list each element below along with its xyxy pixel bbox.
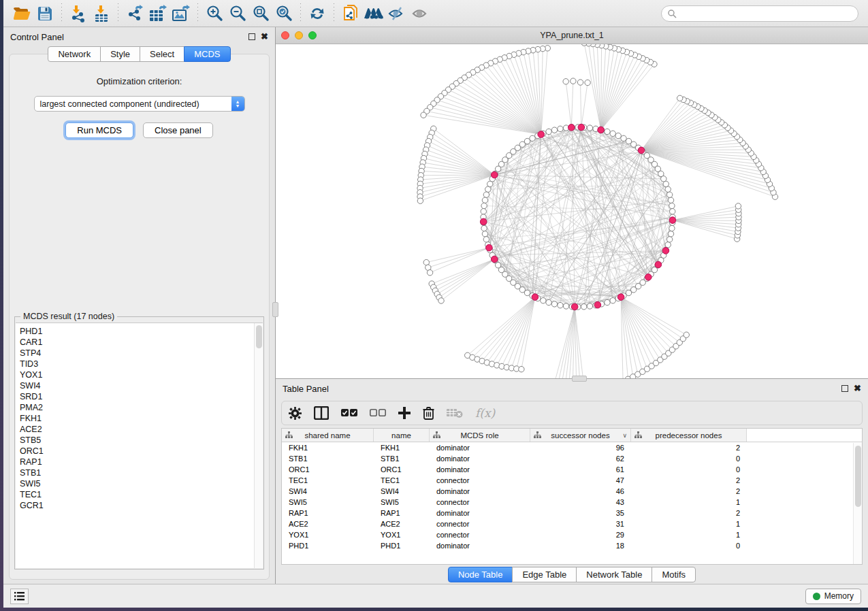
- close-panel-icon[interactable]: ✖: [261, 33, 268, 40]
- tab-mcds[interactable]: MCDS: [184, 46, 230, 62]
- export-image-icon[interactable]: [170, 3, 193, 24]
- table-settings-icon[interactable]: [289, 407, 302, 420]
- mcds-result-node[interactable]: SWI4: [20, 380, 263, 391]
- column-header[interactable]: MCDS role: [430, 429, 530, 442]
- mcds-result-node[interactable]: RAP1: [20, 457, 263, 467]
- mcds-result-list[interactable]: PHD1CAR1STP4TID3YOX1SWI4SRD1PMA2FKH1ACE2…: [16, 323, 263, 568]
- refresh-icon[interactable]: [306, 3, 329, 24]
- column-header[interactable]: name: [374, 429, 430, 442]
- delete-column-icon[interactable]: [423, 407, 434, 420]
- tab-motifs[interactable]: Motifs: [652, 567, 696, 582]
- search-box[interactable]: [661, 5, 858, 22]
- tab-node-table[interactable]: Node Table: [448, 567, 513, 582]
- mcds-result-node[interactable]: PHD1: [20, 326, 263, 337]
- import-table-icon[interactable]: [90, 3, 113, 24]
- select-all-columns-icon[interactable]: [341, 409, 357, 418]
- column-header[interactable]: shared name: [282, 429, 374, 442]
- memory-button[interactable]: Memory: [805, 589, 861, 604]
- tab-style[interactable]: Style: [100, 46, 140, 62]
- zoom-selected-icon[interactable]: [272, 3, 295, 24]
- function-builder-icon[interactable]: f(x): [475, 406, 495, 420]
- float-panel-icon[interactable]: [248, 33, 255, 40]
- tab-select[interactable]: Select: [140, 46, 184, 62]
- table-row[interactable]: PHD1PHD1dominator180: [282, 540, 862, 551]
- log-console-button[interactable]: [10, 589, 29, 604]
- show-all-icon[interactable]: [408, 3, 432, 24]
- zoom-in-icon[interactable]: [203, 3, 226, 24]
- close-table-panel-icon[interactable]: ✖: [854, 385, 861, 392]
- horizontal-splitter-handle[interactable]: [572, 376, 587, 382]
- status-bar: Memory: [3, 584, 868, 608]
- optimization-criterion-select[interactable]: largest connected component (undirected)…: [34, 96, 245, 112]
- mcds-result-node[interactable]: TID3: [20, 359, 263, 369]
- table-scrollbar[interactable]: [853, 443, 862, 564]
- hide-selection-icon[interactable]: [385, 3, 408, 24]
- list-icon: [14, 592, 25, 601]
- mcds-result-items: PHD1CAR1STP4TID3YOX1SWI4SRD1PMA2FKH1ACE2…: [16, 323, 263, 511]
- mcds-result-node[interactable]: PMA2: [20, 402, 263, 413]
- table-row[interactable]: ORC1ORC1dominator610: [282, 464, 862, 475]
- table-toolbar: f(x): [281, 401, 863, 425]
- add-column-icon[interactable]: [398, 407, 411, 419]
- table-cell: YOX1: [374, 531, 430, 539]
- export-table-icon[interactable]: [146, 3, 170, 24]
- table-cell: 29: [530, 531, 631, 539]
- mcds-result-node[interactable]: STP4: [20, 348, 263, 359]
- duplicate-network-icon[interactable]: [339, 3, 362, 24]
- main-toolbar: [3, 0, 868, 27]
- mcds-result-node[interactable]: STB5: [20, 435, 263, 446]
- table-row[interactable]: STB1STB1dominator620: [282, 453, 862, 464]
- mcds-result-node[interactable]: ACE2: [20, 424, 263, 435]
- mcds-result-node[interactable]: ORC1: [20, 446, 263, 457]
- save-session-icon[interactable]: [33, 3, 57, 24]
- table-row[interactable]: RAP1RAP1dominator352: [282, 508, 862, 518]
- tab-edge-table[interactable]: Edge Table: [512, 567, 577, 582]
- mcds-list-scrollbar[interactable]: [254, 323, 263, 568]
- mcds-result-node[interactable]: GCR1: [20, 500, 263, 511]
- mcds-result-node[interactable]: TEC1: [20, 489, 263, 500]
- table-row[interactable]: ACE2ACE2connector311: [282, 518, 862, 529]
- open-file-icon[interactable]: [10, 3, 33, 24]
- tab-network-table[interactable]: Network Table: [576, 567, 652, 582]
- vertical-splitter-handle[interactable]: [272, 302, 278, 317]
- column-header[interactable]: successor nodes∨: [530, 429, 631, 442]
- column-selector-icon[interactable]: [314, 406, 329, 420]
- application-window: Control Panel ✖ Network Style Select MCD…: [3, 0, 868, 608]
- network-canvas[interactable]: [276, 44, 868, 378]
- mcds-result-node[interactable]: FKH1: [20, 413, 263, 424]
- delete-table-icon[interactable]: [447, 408, 463, 418]
- table-row[interactable]: TEC1TEC1connector472: [282, 475, 862, 486]
- table-cell: RAP1: [374, 509, 430, 517]
- mcds-result-node[interactable]: CAR1: [20, 337, 263, 348]
- search-input[interactable]: [677, 9, 852, 18]
- select-stepper-icon: ▲▼: [231, 97, 244, 111]
- zoom-fit-icon[interactable]: [249, 3, 272, 24]
- table-cell: 1: [631, 520, 747, 528]
- table-row[interactable]: YOX1YOX1connector291: [282, 529, 862, 540]
- float-table-panel-icon[interactable]: [841, 385, 848, 392]
- table-row[interactable]: SWI5SWI5connector431: [282, 497, 862, 508]
- tab-network[interactable]: Network: [48, 46, 101, 62]
- table-cell: 1: [631, 498, 747, 506]
- table-cell: connector: [430, 520, 530, 528]
- first-neighbors-icon[interactable]: [362, 3, 385, 24]
- column-header[interactable]: predecessor nodes: [631, 429, 747, 442]
- export-network-icon[interactable]: [123, 3, 146, 24]
- mcds-result-node[interactable]: SRD1: [20, 391, 263, 402]
- table-cell: SWI4: [374, 487, 430, 495]
- zoom-out-icon[interactable]: [226, 3, 249, 24]
- mcds-result-node[interactable]: STB1: [20, 467, 263, 478]
- table-cell: 43: [530, 498, 631, 506]
- table-row[interactable]: SWI4SWI4dominator462: [282, 486, 862, 497]
- close-panel-button[interactable]: Close panel: [143, 122, 213, 138]
- deselect-all-columns-icon[interactable]: [370, 409, 386, 418]
- table-cell: 96: [530, 444, 631, 452]
- table-cell: 46: [530, 487, 631, 495]
- table-cell: SWI5: [282, 498, 374, 506]
- optimization-criterion-label: Optimization criterion:: [10, 76, 269, 86]
- mcds-result-node[interactable]: SWI5: [20, 478, 263, 489]
- import-network-icon[interactable]: [67, 3, 90, 24]
- run-mcds-button[interactable]: Run MCDS: [65, 122, 133, 138]
- mcds-result-node[interactable]: YOX1: [20, 369, 263, 380]
- table-row[interactable]: FKH1FKH1dominator962: [282, 442, 862, 453]
